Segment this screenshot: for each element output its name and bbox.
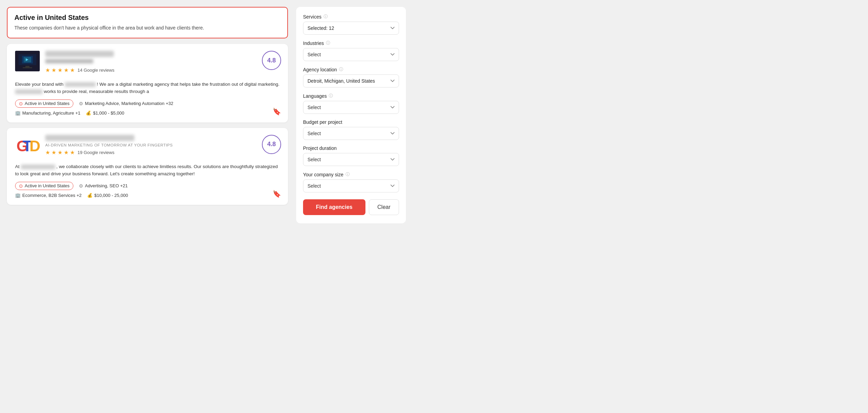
tooltip-box: Active in United States These companies … xyxy=(7,7,288,38)
card-tags-row-2: ⊙ Active in United States ⚙ Advertising,… xyxy=(15,182,280,190)
tag-budget-1: 💰 $1,000 - $5,000 xyxy=(86,110,124,116)
tag-industries-2: 🏢 Ecommerce, B2B Services +2 xyxy=(15,193,82,198)
star-2-2: ★ xyxy=(51,149,56,156)
find-agencies-button[interactable]: Find agencies xyxy=(303,199,365,215)
services-select[interactable]: Selected: 12 xyxy=(303,22,399,35)
tag-location-1: ⊙ Active in United States xyxy=(15,99,73,108)
location-label-1: Active in United States xyxy=(25,101,70,106)
building-icon-2: 🏢 xyxy=(15,193,21,198)
filter-label-duration: Project duration xyxy=(303,145,399,151)
info-icon-languages[interactable]: ⓘ xyxy=(329,93,333,99)
agency-logo-2: G T D xyxy=(15,135,40,155)
industries-label-1: Manufacturing, Agriculture +1 xyxy=(22,110,80,116)
agency-card-2: 4.8 G T D AI-DRIVEN MARKETING OF TOMORRO… xyxy=(7,128,288,205)
services-label-1: Marketing Advice, Marketing Automation +… xyxy=(85,101,173,106)
agency-desc-1: Elevate your brand with ! We are a digit… xyxy=(15,81,280,95)
tag-budget-2: 💰 $10,000 - 25,000 xyxy=(87,193,128,198)
star-2-4: ★ xyxy=(64,149,69,156)
filter-label-languages: Languages ⓘ xyxy=(303,93,399,99)
agency-name-blur-1 xyxy=(45,51,114,57)
svg-rect-5 xyxy=(25,66,29,67)
filter-group-industries: Industries ⓘ Select xyxy=(303,40,399,61)
info-icon-company-size[interactable]: ⓘ xyxy=(346,172,350,177)
card-tags-row2-2: 🏢 Ecommerce, B2B Services +2 💰 $10,000 -… xyxy=(15,193,280,198)
location-icon-2: ⊙ xyxy=(19,183,23,189)
services-label-2: Advertising, SEO +21 xyxy=(85,183,128,188)
main-content: Active in United States These companies … xyxy=(7,7,288,406)
agency-info-2: AI-DRIVEN MARKETING OF TOMORROW AT YOUR … xyxy=(45,135,280,159)
agency-subtitle-2: AI-DRIVEN MARKETING OF TOMORROW AT YOUR … xyxy=(45,143,280,147)
info-icon-services[interactable]: ⓘ xyxy=(324,14,328,20)
budget-label-1: $1,000 - $5,000 xyxy=(93,110,124,116)
budget-select[interactable]: Select xyxy=(303,127,399,140)
rating-badge-1: 4.8 xyxy=(262,51,281,70)
star-1: ★ xyxy=(45,67,50,73)
agency-desc-2: At , we collaborate closely with our cli… xyxy=(15,163,280,178)
tag-industries-1: 🏢 Manufacturing, Agriculture +1 xyxy=(15,110,80,116)
blur-name-2 xyxy=(15,90,43,94)
tag-services-1: ⚙ Marketing Advice, Marketing Automation… xyxy=(79,101,173,106)
svg-rect-6 xyxy=(23,67,32,68)
bookmark-icon-2[interactable]: 🔖 xyxy=(273,190,281,198)
industries-label-2: Ecommerce, B2B Services +2 xyxy=(22,193,82,198)
card-tags-row-1: ⊙ Active in United States ⚙ Marketing Ad… xyxy=(15,99,280,108)
filter-group-duration: Project duration Select xyxy=(303,145,399,166)
money-icon-2: 💰 xyxy=(87,193,93,198)
rating-badge-2: 4.8 xyxy=(262,135,281,154)
agency-logo-1 xyxy=(15,51,40,71)
tooltip-description: These companies don't have a physical of… xyxy=(14,24,280,32)
bookmark-icon-1[interactable]: 🔖 xyxy=(273,107,281,116)
filter-group-company-size: Your company size ⓘ Select xyxy=(303,172,399,192)
filter-actions: Find agencies Clear xyxy=(303,199,399,215)
reviews-text-1: 14 Google reviews xyxy=(77,68,114,73)
agency-name-blur-2 xyxy=(45,135,134,141)
filter-group-location: Agency location ⓘ Detroit, Michigan, Uni… xyxy=(303,67,399,87)
info-icon-location[interactable]: ⓘ xyxy=(339,67,343,72)
location-select[interactable]: Detroit, Michigan, United States xyxy=(303,74,399,87)
gear-icon-1: ⚙ xyxy=(79,101,83,106)
card-tags-row2-1: 🏢 Manufacturing, Agriculture +1 💰 $1,000… xyxy=(15,110,280,116)
location-label-2: Active in United States xyxy=(25,183,70,188)
filter-label-company-size: Your company size ⓘ xyxy=(303,172,399,177)
blur-name-1 xyxy=(65,82,96,87)
sidebar: Services ⓘ Selected: 12 Industries ⓘ Sel… xyxy=(296,7,406,406)
agency-card-1: 4.8 ★ ★ ★ xyxy=(7,44,288,122)
industries-select[interactable]: Select xyxy=(303,48,399,61)
blur-name-3 xyxy=(21,165,55,169)
location-icon-1: ⊙ xyxy=(19,101,23,106)
star-2-5: ★ xyxy=(70,149,75,156)
agency-info-1: ★ ★ ★ ★ ★ 14 Google reviews xyxy=(45,51,280,77)
filter-section: Services ⓘ Selected: 12 Industries ⓘ Sel… xyxy=(296,7,406,223)
gear-icon-2: ⚙ xyxy=(79,183,83,189)
tooltip-title: Active in United States xyxy=(14,14,280,22)
filter-label-location: Agency location ⓘ xyxy=(303,67,399,72)
company-size-select[interactable]: Select xyxy=(303,179,399,192)
svg-text:D: D xyxy=(29,138,40,154)
filter-group-budget: Budget per project Select xyxy=(303,119,399,140)
stars-2: ★ ★ ★ ★ ★ 19 Google reviews xyxy=(45,149,280,156)
tag-location-2: ⊙ Active in United States xyxy=(15,182,73,190)
budget-label-2: $10,000 - 25,000 xyxy=(94,193,128,198)
stars-1: ★ ★ ★ ★ ★ 14 Google reviews xyxy=(45,67,280,73)
star-4: ★ xyxy=(64,67,69,73)
card-header-2: G T D AI-DRIVEN MARKETING OF TOMORROW AT… xyxy=(15,135,280,159)
star-2-1: ★ xyxy=(45,149,50,156)
filter-label-services: Services ⓘ xyxy=(303,14,399,20)
tag-services-2: ⚙ Advertising, SEO +21 xyxy=(79,183,128,189)
card-header-1: ★ ★ ★ ★ ★ 14 Google reviews xyxy=(15,51,280,77)
filter-label-industries: Industries ⓘ xyxy=(303,40,399,46)
filter-label-budget: Budget per project xyxy=(303,119,399,125)
star-5: ★ xyxy=(70,67,75,73)
filter-group-languages: Languages ⓘ Select xyxy=(303,93,399,114)
clear-button[interactable]: Clear xyxy=(369,199,399,215)
info-icon-industries[interactable]: ⓘ xyxy=(326,40,330,46)
star-2-3: ★ xyxy=(58,149,62,156)
agency-url-blur-1 xyxy=(45,59,93,63)
filter-group-services: Services ⓘ Selected: 12 xyxy=(303,14,399,35)
languages-select[interactable]: Select xyxy=(303,101,399,114)
star-2: ★ xyxy=(51,67,56,73)
reviews-text-2: 19 Google reviews xyxy=(77,150,114,155)
star-3: ★ xyxy=(58,67,62,73)
money-icon-1: 💰 xyxy=(86,110,91,116)
duration-select[interactable]: Select xyxy=(303,153,399,166)
